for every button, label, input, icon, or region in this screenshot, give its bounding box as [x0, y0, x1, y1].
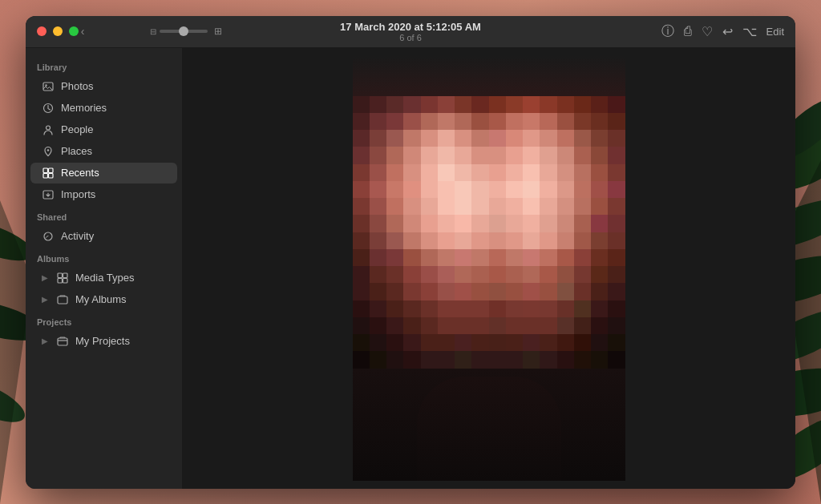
zoom-track	[160, 30, 208, 33]
pixel-cell	[403, 351, 420, 368]
sidebar-item-imports[interactable]: Imports	[30, 184, 177, 205]
pixel-cell	[574, 317, 591, 334]
pixel-cell	[421, 215, 438, 232]
pixel-cell	[353, 334, 370, 351]
edit-button[interactable]: Edit	[766, 26, 784, 38]
pixel-cell	[591, 164, 608, 181]
svg-rect-17	[43, 173, 48, 178]
pixel-cell	[574, 147, 591, 163]
pixel-cell	[608, 300, 625, 317]
my-albums-icon	[56, 293, 69, 306]
pixel-cell	[455, 215, 471, 232]
pixel-cell	[557, 198, 574, 215]
memories-label: Memories	[61, 102, 107, 114]
zoom-thumb[interactable]	[179, 26, 188, 36]
sidebar-item-places[interactable]: Places	[30, 141, 177, 162]
pixel-cell	[386, 113, 403, 130]
pixel-cell	[455, 164, 471, 181]
pixel-cell	[370, 232, 386, 249]
pixel-cell	[403, 147, 420, 163]
pixel-cell	[506, 351, 523, 368]
pixel-cell	[489, 249, 506, 266]
svg-rect-23	[63, 278, 68, 283]
sidebar-item-memories[interactable]: Memories	[30, 98, 177, 119]
pixel-cell	[455, 266, 471, 283]
expand-projects-icon: ▶	[42, 337, 48, 345]
sidebar: Library Photos M	[26, 48, 182, 489]
pixel-cell	[489, 334, 506, 351]
pixel-cell	[523, 232, 540, 249]
pixel-cell	[455, 181, 471, 198]
pixel-cell	[557, 249, 574, 266]
pixel-cell	[438, 113, 455, 130]
pixel-cell	[489, 351, 506, 368]
my-projects-label: My Projects	[75, 335, 130, 347]
pixel-cell	[370, 249, 386, 266]
pixel-cell	[421, 266, 438, 283]
pixel-cell	[574, 300, 591, 317]
media-types-icon	[56, 272, 69, 284]
pixel-cell	[370, 181, 386, 198]
minimize-button[interactable]	[53, 26, 63, 36]
heart-icon[interactable]: ♡	[702, 24, 713, 39]
pixel-cell	[608, 164, 625, 181]
sidebar-item-people[interactable]: People	[30, 119, 177, 140]
pixel-cell	[471, 96, 488, 113]
pixel-cell	[608, 334, 625, 351]
pixel-cell	[489, 147, 506, 163]
pixel-cell	[353, 249, 370, 266]
info-icon[interactable]: ⓘ	[661, 23, 674, 40]
pixel-cell	[471, 113, 488, 130]
sidebar-item-my-projects[interactable]: ▶ My Projects	[30, 331, 177, 352]
svg-rect-24	[58, 296, 67, 304]
pixel-cell	[574, 130, 591, 147]
svg-rect-21	[63, 273, 68, 278]
adjust-icon[interactable]: ⌥	[742, 24, 757, 39]
pixel-cell	[421, 130, 438, 147]
sidebar-item-my-albums[interactable]: ▶ My Albums	[30, 289, 177, 310]
sidebar-item-activity[interactable]: Activity	[30, 226, 177, 247]
pixel-cell	[471, 215, 488, 232]
pixel-cell	[370, 317, 386, 334]
pixel-cell	[353, 266, 370, 283]
svg-rect-25	[58, 338, 67, 345]
pixel-cell	[421, 317, 438, 334]
pixel-cell	[471, 181, 488, 198]
pixel-cell	[353, 215, 370, 232]
zoom-in-icon: ⊞	[214, 26, 222, 37]
pixel-cell	[421, 198, 438, 215]
pixel-cell	[455, 300, 471, 317]
pixel-cell	[471, 317, 488, 334]
nav-controls: ‹ ⊟ ⊞	[74, 22, 91, 40]
pixel-cell	[403, 334, 420, 351]
rotate-icon[interactable]: ↩	[722, 24, 733, 39]
pixel-cell	[557, 113, 574, 130]
sidebar-item-media-types[interactable]: ▶ Media Types	[30, 268, 177, 288]
pixel-cell	[438, 317, 455, 334]
pixel-cell	[608, 266, 625, 283]
pixel-cell	[591, 198, 608, 215]
title-center: 17 March 2020 at 5:12:05 AM 6 of 6	[340, 21, 481, 42]
pixel-cell	[403, 198, 420, 215]
svg-rect-18	[49, 173, 54, 178]
sidebar-item-photos[interactable]: Photos	[30, 76, 177, 97]
share-icon[interactable]: ⎙	[684, 24, 692, 38]
pixel-cell	[557, 334, 574, 351]
pixel-cell	[403, 215, 420, 232]
pixel-cell	[370, 130, 386, 147]
toolbar-right: ⓘ ⎙ ♡ ↩ ⌥ Edit	[661, 23, 784, 40]
pixel-cell	[386, 198, 403, 215]
back-button[interactable]: ‹	[74, 22, 91, 40]
pixel-cell	[591, 215, 608, 232]
sidebar-item-recents[interactable]: Recents	[30, 163, 177, 183]
pixel-cell	[591, 249, 608, 266]
pixel-cell	[557, 283, 574, 300]
pixel-cell	[421, 351, 438, 368]
pixel-cell	[591, 113, 608, 130]
close-button[interactable]	[37, 26, 47, 36]
pixel-cell	[455, 130, 471, 147]
pixel-cell	[591, 130, 608, 147]
pixel-cell	[403, 300, 420, 317]
photo-image	[353, 56, 625, 481]
pixel-cell	[489, 198, 506, 215]
